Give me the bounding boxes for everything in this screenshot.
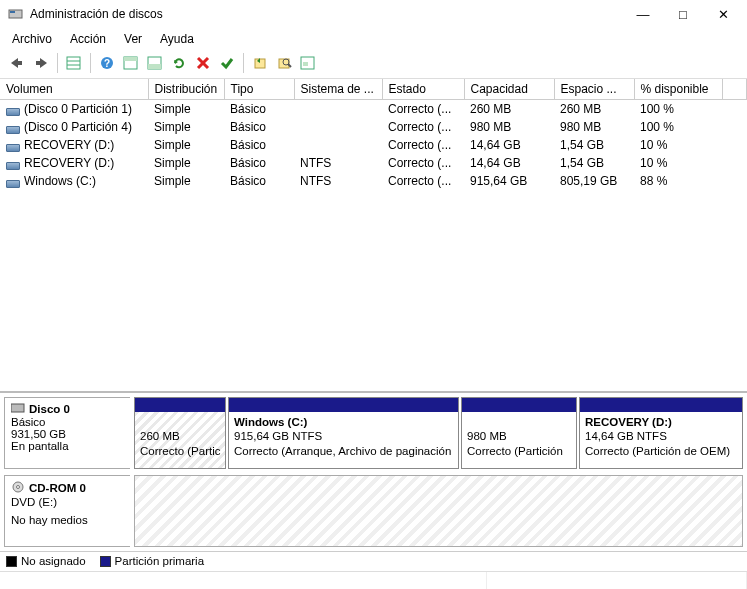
volume-icon bbox=[6, 159, 20, 169]
forward-button[interactable] bbox=[30, 52, 52, 74]
col-capacity[interactable]: Capacidad bbox=[464, 79, 554, 100]
col-status[interactable]: Estado bbox=[382, 79, 464, 100]
volume-list[interactable]: Volumen Distribución Tipo Sistema de ...… bbox=[0, 79, 747, 391]
svg-rect-21 bbox=[11, 404, 24, 412]
volume-icon bbox=[6, 177, 20, 187]
volume-icon bbox=[6, 123, 20, 133]
titlebar: Administración de discos — □ ✕ bbox=[0, 0, 747, 28]
menu-help[interactable]: Ayuda bbox=[152, 30, 202, 48]
partition-recovery-d[interactable]: RECOVERY (D:) 14,64 GB NTFS Correcto (Pa… bbox=[579, 397, 743, 469]
col-volume[interactable]: Volumen bbox=[0, 79, 148, 100]
toolbar: ? bbox=[0, 50, 747, 79]
menubar: Archivo Acción Ver Ayuda bbox=[0, 28, 747, 50]
hdd-icon bbox=[11, 402, 25, 416]
column-headers: Volumen Distribución Tipo Sistema de ...… bbox=[0, 79, 747, 100]
undo-button[interactable] bbox=[249, 52, 271, 74]
disk-0-info: Disco 0 Básico 931,50 GB En pantalla bbox=[4, 397, 130, 469]
apply-button[interactable] bbox=[216, 52, 238, 74]
cdrom-row[interactable]: CD-ROM 0 DVD (E:) No hay medios bbox=[4, 475, 743, 547]
statusbar bbox=[0, 571, 747, 589]
view-list-button[interactable] bbox=[63, 52, 85, 74]
delete-button[interactable] bbox=[192, 52, 214, 74]
close-button[interactable]: ✕ bbox=[703, 1, 743, 27]
cdrom-info: CD-ROM 0 DVD (E:) No hay medios bbox=[4, 475, 130, 547]
maximize-button[interactable]: □ bbox=[663, 1, 703, 27]
svg-rect-4 bbox=[67, 57, 80, 69]
svg-rect-3 bbox=[36, 61, 41, 65]
menu-view[interactable]: Ver bbox=[116, 30, 150, 48]
table-row[interactable]: (Disco 0 Partición 4)SimpleBásicoCorrect… bbox=[0, 118, 747, 136]
menu-action[interactable]: Acción bbox=[62, 30, 114, 48]
separator bbox=[90, 53, 91, 73]
svg-rect-12 bbox=[148, 64, 161, 69]
help-button[interactable]: ? bbox=[96, 52, 118, 74]
table-row[interactable]: RECOVERY (D:)SimpleBásicoCorrecto (...14… bbox=[0, 136, 747, 154]
table-row[interactable]: (Disco 0 Partición 1)SimpleBásicoCorrect… bbox=[0, 100, 747, 119]
col-pct[interactable]: % disponible bbox=[634, 79, 722, 100]
minimize-button[interactable]: — bbox=[623, 1, 663, 27]
refresh-button[interactable] bbox=[168, 52, 190, 74]
svg-rect-1 bbox=[10, 11, 15, 13]
disk-0-row[interactable]: Disco 0 Básico 931,50 GB En pantalla 260… bbox=[4, 397, 743, 469]
partition-windows-c[interactable]: Windows (C:) 915,64 GB NTFS Correcto (Ar… bbox=[228, 397, 459, 469]
view-bottom-button[interactable] bbox=[144, 52, 166, 74]
legend: No asignado Partición primaria bbox=[0, 551, 747, 571]
volume-icon bbox=[6, 105, 20, 115]
legend-primary-icon bbox=[100, 556, 111, 567]
back-button[interactable] bbox=[6, 52, 28, 74]
table-row[interactable]: Windows (C:)SimpleBásicoNTFSCorrecto (..… bbox=[0, 172, 747, 190]
table-row[interactable]: RECOVERY (D:)SimpleBásicoNTFSCorrecto (.… bbox=[0, 154, 747, 172]
window-title: Administración de discos bbox=[30, 7, 623, 21]
col-layout[interactable]: Distribución bbox=[148, 79, 224, 100]
partition-1[interactable]: 260 MB Correcto (Partic bbox=[134, 397, 226, 469]
svg-point-23 bbox=[17, 485, 20, 488]
settings-button[interactable] bbox=[297, 52, 319, 74]
partition-4[interactable]: 980 MB Correcto (Partición bbox=[461, 397, 577, 469]
col-fs[interactable]: Sistema de ... bbox=[294, 79, 382, 100]
cdrom-empty-area bbox=[134, 475, 743, 547]
svg-text:?: ? bbox=[103, 58, 109, 69]
col-free[interactable]: Espacio ... bbox=[554, 79, 634, 100]
disc-icon bbox=[11, 480, 25, 496]
disk-mgmt-icon bbox=[8, 6, 24, 22]
graphical-view: Disco 0 Básico 931,50 GB En pantalla 260… bbox=[0, 391, 747, 551]
separator bbox=[57, 53, 58, 73]
col-type[interactable]: Tipo bbox=[224, 79, 294, 100]
search-button[interactable] bbox=[273, 52, 295, 74]
volume-icon bbox=[6, 141, 20, 151]
svg-rect-20 bbox=[303, 62, 308, 66]
legend-unallocated-icon bbox=[6, 556, 17, 567]
svg-rect-2 bbox=[17, 61, 22, 65]
menu-file[interactable]: Archivo bbox=[4, 30, 60, 48]
separator bbox=[243, 53, 244, 73]
view-top-button[interactable] bbox=[120, 52, 142, 74]
svg-rect-10 bbox=[124, 57, 137, 61]
